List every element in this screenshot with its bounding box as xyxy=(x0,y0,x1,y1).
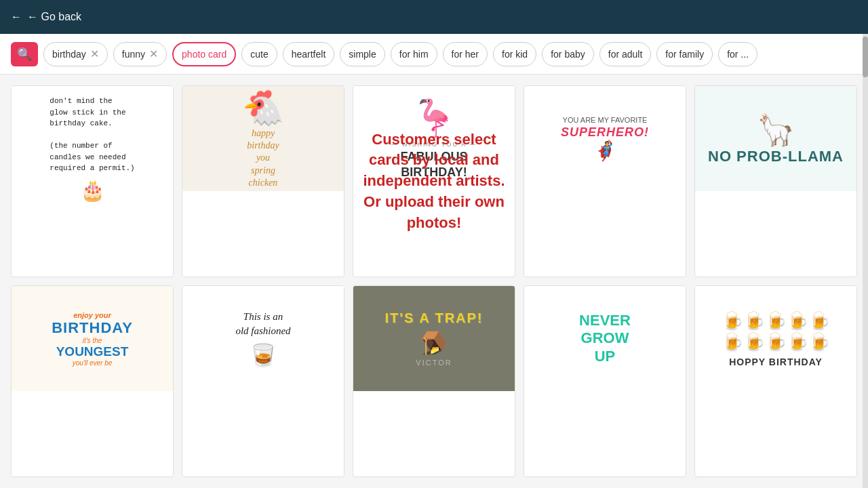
chicken-icon: 🐔 xyxy=(242,88,284,127)
this-is-an-text: This is anold fashioned xyxy=(235,310,290,338)
filter-tag-for-family[interactable]: for family xyxy=(656,42,713,66)
no-prob-llama-text: NO PROB-LLAMA xyxy=(708,148,844,165)
card-superhero[interactable]: YOU ARE MY FAVORITE SUPERHERO! 🦸 xyxy=(524,85,686,277)
filter-tag-label: cute xyxy=(250,49,268,60)
remove-birthday-icon[interactable]: ✕ xyxy=(90,49,99,60)
filter-tag-for-adult[interactable]: for adult xyxy=(599,42,652,66)
filter-tag-label: simple xyxy=(349,49,376,60)
filter-tag-label: funny xyxy=(122,49,145,60)
card-never-grow-up[interactable]: NEVERGROWUP xyxy=(524,285,686,477)
search-button[interactable]: 🔍 xyxy=(11,42,38,66)
filter-tag-for-baby[interactable]: for baby xyxy=(542,42,594,66)
cocktail-icon: 🥃 xyxy=(250,342,277,368)
filter-tag-birthday[interactable]: birthday ✕ xyxy=(43,42,108,66)
card-its-a-trap[interactable]: IT'S A TRAP! 🪤 VICTOR xyxy=(353,285,515,477)
header: ← ← Go back xyxy=(0,0,868,34)
card-hoppy-birthday[interactable]: 🍺🍺🍺🍺🍺🍺🍺🍺🍺🍺 HOPPY BIRTHDAY xyxy=(694,285,857,477)
filter-tag-for-her[interactable]: for her xyxy=(443,42,488,66)
filter-tag-for-kid[interactable]: for kid xyxy=(493,42,536,66)
filter-tag-label: for her xyxy=(452,49,479,60)
go-back-button[interactable]: ← ← Go back xyxy=(11,11,81,23)
filter-tag-label: for him xyxy=(399,49,429,60)
scrollbar-track[interactable] xyxy=(863,34,868,488)
its-the-text: it's the xyxy=(83,337,102,344)
search-icon: 🔍 xyxy=(17,47,32,62)
filter-tag-more[interactable]: for ... xyxy=(718,42,757,66)
fabulous-birthday-text: FABULOUSBIRTHDAY! xyxy=(401,149,468,181)
filter-tag-photo-card[interactable]: photo card xyxy=(172,42,236,66)
card-llama[interactable]: 🦙 NO PROB-LLAMA xyxy=(694,85,857,277)
filter-tag-label: for kid xyxy=(502,49,528,60)
remove-funny-icon[interactable]: ✕ xyxy=(149,49,158,60)
scrollbar-thumb[interactable] xyxy=(863,37,868,77)
filter-tag-label: for baby xyxy=(551,49,585,60)
enjoy-your-text: enjoy your xyxy=(73,311,111,319)
filter-bar: 🔍 birthday ✕ funny ✕ photo card cute hea… xyxy=(0,34,868,75)
filter-tag-label: for adult xyxy=(608,49,643,60)
filter-tag-label: for ... xyxy=(727,49,749,60)
filter-tag-label: for family xyxy=(665,49,704,60)
wishing-you-text: — WISHING YOU A — xyxy=(391,141,477,148)
filter-tag-label: heartfelt xyxy=(292,49,326,60)
filter-tag-for-him[interactable]: for him xyxy=(391,42,437,66)
go-back-label: ← Go back xyxy=(27,11,81,23)
card-flamingo[interactable]: 🦩 — WISHING YOU A — FABULOUSBIRTHDAY! Cu… xyxy=(353,85,515,277)
trap-icon: 🪤 xyxy=(420,330,448,356)
you-are-my-favorite: YOU ARE MY FAVORITE xyxy=(563,115,648,125)
card-birthday-youngest[interactable]: enjoy your BIRTHDAY it's the YOUNGEST yo… xyxy=(11,285,174,477)
filter-tag-label: photo card xyxy=(182,49,226,60)
back-arrow-icon: ← xyxy=(11,11,22,23)
filter-tag-heartfelt[interactable]: heartfelt xyxy=(283,42,335,66)
superhero-text: SUPERHERO! xyxy=(561,125,649,140)
never-grow-up-text: NEVERGROWUP xyxy=(579,312,631,365)
victor-text: VICTOR xyxy=(416,359,452,367)
superhero-icon: 🦸 xyxy=(593,140,617,162)
card-grid: don't mind theglow stick in thebirthday … xyxy=(0,75,868,488)
card-glow-stick[interactable]: don't mind theglow stick in thebirthday … xyxy=(11,85,174,277)
card-text: don't mind theglow stick in thebirthday … xyxy=(50,96,134,174)
filter-tag-label: birthday xyxy=(52,49,86,60)
hoppy-birthday-text: HOPPY BIRTHDAY xyxy=(729,357,823,367)
card-spring-chicken[interactable]: 🐔 happybirthdayyouspringchicken xyxy=(182,85,344,277)
flamingo-icon: 🦩 xyxy=(411,97,458,141)
youll-ever-be-text: you'll ever be xyxy=(73,359,113,367)
youngest-text: YOUNGEST xyxy=(56,344,129,359)
trap-text: IT'S A TRAP! xyxy=(384,310,483,326)
filter-tag-simple[interactable]: simple xyxy=(340,42,384,66)
filter-tag-cute[interactable]: cute xyxy=(241,42,277,66)
filter-tag-funny[interactable]: funny ✕ xyxy=(113,42,167,66)
beer-bottles-icon: 🍺🍺🍺🍺🍺🍺🍺🍺🍺🍺 xyxy=(722,310,830,352)
llama-icon: 🦙 xyxy=(757,112,795,148)
card-text: happybirthdayyouspringchicken xyxy=(247,127,279,189)
cake-icon: 🎂 xyxy=(80,178,105,202)
card-old-fashioned[interactable]: This is anold fashioned 🥃 xyxy=(182,285,344,477)
birthday-big-text: BIRTHDAY xyxy=(52,319,133,337)
